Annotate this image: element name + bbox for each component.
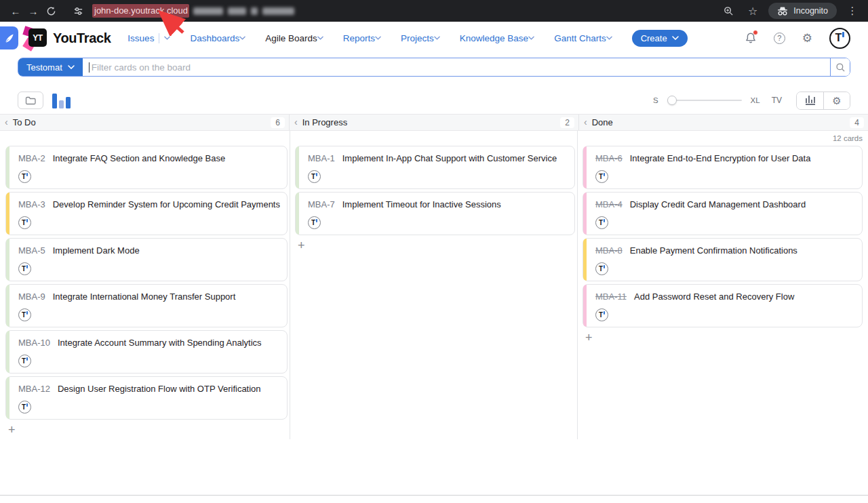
assignee-avatar[interactable]: T bbox=[595, 170, 608, 183]
nav-item[interactable]: Gantt Charts bbox=[554, 33, 612, 43]
add-card-button[interactable]: + bbox=[295, 238, 308, 253]
issue-title[interactable]: Integrate International Money Transfer S… bbox=[53, 291, 236, 302]
issue-id[interactable]: MBA-12 bbox=[18, 384, 50, 394]
issue-id[interactable]: MBA-11 bbox=[595, 291, 627, 302]
issue-id[interactable]: MBA-4 bbox=[595, 199, 623, 209]
zoom-page-icon[interactable] bbox=[719, 2, 737, 20]
issue-card[interactable]: MBA-2 Integrate FAQ Section and Knowledg… bbox=[5, 146, 288, 189]
issue-card[interactable]: MBA-1 Implement In-App Chat Support with… bbox=[295, 146, 575, 189]
user-avatar[interactable]: T bbox=[829, 28, 850, 49]
issue-title[interactable]: Integrate Account Summary with Spending … bbox=[58, 338, 262, 348]
issue-id[interactable]: MBA-5 bbox=[18, 245, 45, 256]
extension-tab[interactable] bbox=[0, 26, 18, 49]
bookmark-star-icon[interactable]: ☆ bbox=[744, 2, 762, 20]
collapse-column-icon[interactable]: ‹ bbox=[584, 117, 587, 127]
nav-item[interactable]: Agile Boards bbox=[265, 33, 323, 43]
card-color-stripe bbox=[296, 193, 299, 235]
assignee-avatar[interactable]: T bbox=[18, 355, 31, 367]
assignee-avatar[interactable]: T bbox=[308, 170, 321, 183]
chevron-down-icon[interactable] bbox=[606, 36, 612, 40]
slider-knob[interactable] bbox=[667, 96, 677, 105]
assignee-avatar[interactable]: T bbox=[18, 262, 31, 275]
collapse-column-icon[interactable]: ‹ bbox=[5, 117, 8, 127]
column-header[interactable]: ‹ To Do 6 bbox=[0, 115, 289, 130]
browser-menu-icon[interactable]: ⋮ bbox=[844, 2, 861, 20]
board-selector-button[interactable]: Testomat bbox=[18, 58, 83, 76]
issue-title[interactable]: Implement In-App Chat Support with Custo… bbox=[342, 153, 557, 163]
column-header[interactable]: ‹ Done 4 bbox=[578, 115, 868, 130]
nav-item[interactable]: Projects bbox=[401, 33, 440, 43]
youtrack-logo[interactable]: YT bbox=[24, 26, 47, 49]
issue-title[interactable]: Add Password Reset and Recovery Flow bbox=[634, 291, 794, 302]
chevron-down-icon[interactable] bbox=[375, 36, 381, 40]
assignee-avatar[interactable]: T bbox=[595, 262, 608, 275]
chart-view-toggle[interactable] bbox=[52, 92, 71, 108]
add-card-button[interactable]: + bbox=[583, 330, 595, 345]
issue-id[interactable]: MBA-9 bbox=[18, 291, 45, 302]
settings-gear-icon[interactable]: ⚙ bbox=[802, 33, 812, 44]
address-bar[interactable]: john-doe.youtrack.cloud bbox=[92, 4, 719, 18]
assignee-avatar[interactable]: T bbox=[595, 216, 608, 229]
assignee-avatar[interactable]: T bbox=[308, 216, 321, 229]
assignee-avatar[interactable]: T bbox=[595, 308, 608, 321]
browser-forward-icon[interactable]: → bbox=[24, 2, 42, 20]
nav-item[interactable]: Knowledge Base bbox=[460, 33, 534, 43]
assignee-avatar[interactable]: T bbox=[18, 216, 31, 229]
issue-card[interactable]: MBA-3 Develop Reminder System for Upcomi… bbox=[5, 192, 288, 235]
issue-card[interactable]: MBA-4 Display Credit Card Management Das… bbox=[583, 192, 863, 235]
issue-id[interactable]: MBA-1 bbox=[308, 153, 335, 163]
issue-id[interactable]: MBA-7 bbox=[308, 199, 335, 209]
chevron-down-icon[interactable] bbox=[164, 36, 170, 40]
chevron-down-icon[interactable] bbox=[317, 36, 323, 40]
assignee-avatar[interactable]: T bbox=[18, 401, 31, 414]
site-info-icon[interactable] bbox=[69, 2, 87, 20]
assignee-avatar[interactable]: T bbox=[18, 170, 31, 183]
issue-id[interactable]: MBA-3 bbox=[18, 199, 45, 209]
board-settings-button[interactable]: ⚙ bbox=[823, 92, 850, 109]
nav-item[interactable]: Reports bbox=[343, 33, 381, 43]
browser-back-icon[interactable]: ← bbox=[7, 2, 24, 20]
nav-item[interactable]: Dashboards bbox=[190, 33, 245, 43]
notifications-bell-icon[interactable] bbox=[745, 32, 757, 44]
issue-card[interactable]: MBA-6 Integrate End-to-End Encryption fo… bbox=[583, 146, 863, 189]
issue-title[interactable]: Implement Timeout for Inactive Sessions bbox=[342, 199, 501, 209]
project-folder-button[interactable] bbox=[18, 92, 43, 109]
browser-reload-icon[interactable] bbox=[42, 2, 60, 20]
tv-mode-button[interactable]: TV bbox=[772, 96, 782, 105]
issue-id[interactable]: MBA-2 bbox=[18, 153, 45, 163]
issue-card[interactable]: MBA-5 Implement Dark Mode T bbox=[5, 238, 288, 281]
issue-title[interactable]: Enable Payment Confirmation Notification… bbox=[630, 245, 797, 256]
column-header[interactable]: ‹ In Progress 2 bbox=[289, 115, 578, 130]
issue-card[interactable]: MBA-12 Design User Registration Flow wit… bbox=[5, 376, 288, 420]
chevron-down-icon[interactable] bbox=[239, 36, 245, 40]
nav-item[interactable]: Issues bbox=[127, 33, 170, 43]
issue-title[interactable]: Design User Registration Flow with OTP V… bbox=[58, 384, 261, 394]
filter-input[interactable] bbox=[90, 62, 830, 73]
issue-id[interactable]: MBA-10 bbox=[18, 338, 50, 348]
chevron-down-icon[interactable] bbox=[528, 36, 534, 40]
issue-title[interactable]: Implement Dark Mode bbox=[53, 245, 140, 256]
create-button[interactable]: Create bbox=[632, 30, 688, 47]
issue-title[interactable]: Display Credit Card Management Dashboard bbox=[630, 199, 806, 209]
youtrack-wordmark[interactable]: YouTrack bbox=[53, 31, 111, 46]
issue-card[interactable]: MBA-7 Implement Timeout for Inactive Ses… bbox=[295, 192, 575, 235]
help-icon[interactable]: ? bbox=[774, 33, 785, 44]
issue-id[interactable]: MBA-6 bbox=[595, 153, 623, 163]
chart-report-button[interactable] bbox=[797, 92, 823, 109]
issue-card[interactable]: MBA-11 Add Password Reset and Recovery F… bbox=[583, 284, 863, 327]
url-text[interactable]: john-doe.youtrack.cloud bbox=[92, 4, 189, 18]
issue-id[interactable]: MBA-8 bbox=[595, 245, 623, 256]
collapse-column-icon[interactable]: ‹ bbox=[294, 117, 298, 127]
card-size-slider[interactable] bbox=[667, 96, 742, 105]
add-card-button[interactable]: + bbox=[5, 422, 18, 437]
issue-card[interactable]: MBA-9 Integrate International Money Tran… bbox=[5, 284, 288, 327]
issue-title[interactable]: Integrate FAQ Section and Knowledge Base bbox=[53, 153, 225, 163]
issue-title[interactable]: Integrate End-to-End Encryption for User… bbox=[630, 153, 811, 163]
search-button[interactable] bbox=[830, 58, 850, 76]
assignee-avatar[interactable]: T bbox=[18, 308, 31, 321]
issue-title[interactable]: Develop Reminder System for Upcoming Cre… bbox=[53, 199, 280, 209]
nav-item-label: Projects bbox=[401, 33, 434, 43]
issue-card[interactable]: MBA-10 Integrate Account Summary with Sp… bbox=[5, 330, 288, 374]
chevron-down-icon[interactable] bbox=[434, 36, 440, 40]
issue-card[interactable]: MBA-8 Enable Payment Confirmation Notifi… bbox=[583, 238, 863, 281]
